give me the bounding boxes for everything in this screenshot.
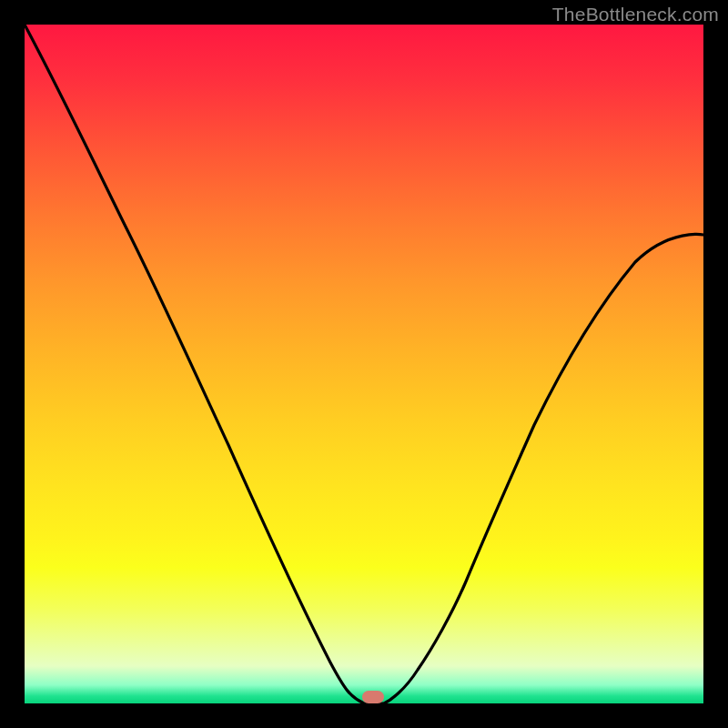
optimal-marker — [362, 691, 384, 703]
curve-path — [25, 25, 703, 703]
watermark-text: TheBottleneck.com — [552, 4, 719, 25]
plot-area — [25, 25, 703, 703]
chart-frame: TheBottleneck.com — [0, 0, 728, 728]
bottleneck-curve — [25, 25, 703, 703]
